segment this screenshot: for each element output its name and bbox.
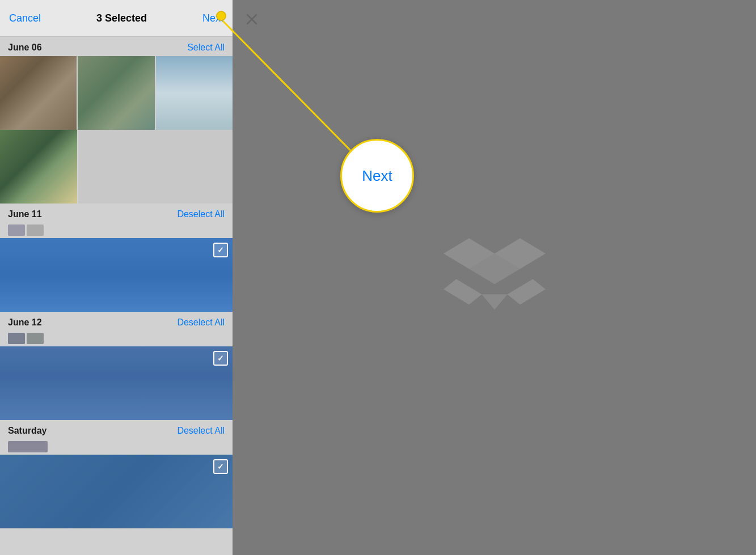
photo-row-june12: [0, 346, 233, 420]
selected-photo-thumb[interactable]: [0, 238, 233, 312]
section-header-june06: June 06 Select All: [0, 37, 233, 56]
select-all-june06-button[interactable]: Select All: [187, 43, 225, 53]
dropbox-panel: [233, 0, 756, 555]
photo-thumb[interactable]: [0, 130, 77, 204]
header-bar: Cancel 3 Selected Next: [0, 0, 233, 37]
check-badge: [213, 459, 228, 474]
section-title-saturday: Saturday: [8, 426, 47, 436]
cancel-button[interactable]: Cancel: [9, 12, 41, 24]
mini-thumb: [8, 333, 25, 344]
mini-thumb: [8, 224, 25, 236]
close-icon: [246, 14, 257, 25]
selected-photo-thumb[interactable]: [0, 346, 233, 420]
svg-marker-6: [507, 279, 546, 304]
mini-thumb: [8, 441, 48, 452]
deselect-all-saturday-button[interactable]: Deselect All: [177, 426, 225, 436]
section-title-june11: June 11: [8, 209, 42, 219]
photo-row-saturday: [0, 455, 233, 528]
check-badge: [213, 351, 228, 366]
section-header-saturday: Saturday Deselect All: [0, 420, 233, 439]
photo-scroll-area[interactable]: June 06 Select All June 11 Deselect All: [0, 37, 233, 555]
svg-marker-7: [482, 294, 507, 310]
selected-photo-thumb[interactable]: [0, 455, 233, 528]
deselect-all-june11-button[interactable]: Deselect All: [177, 209, 225, 219]
section-header-june12: June 12 Deselect All: [0, 312, 233, 331]
section-header-june11: June 11 Deselect All: [0, 204, 233, 223]
section-title-june12: June 12: [8, 317, 42, 328]
photo-row-june06-large: [0, 130, 233, 204]
selected-count-title: 3 Selected: [96, 12, 147, 24]
photo-row-june06-top: [0, 56, 233, 130]
svg-marker-5: [444, 279, 482, 304]
mini-thumb: [27, 224, 44, 236]
next-button[interactable]: Next: [202, 12, 223, 24]
photo-thumb[interactable]: [78, 56, 154, 130]
dropbox-logo: [444, 232, 546, 323]
photo-picker-panel: Cancel 3 Selected Next June 06 Select Al…: [0, 0, 233, 555]
close-button[interactable]: [242, 9, 262, 29]
photo-row-june11: [0, 238, 233, 312]
deselect-all-june12-button[interactable]: Deselect All: [177, 317, 225, 328]
mini-thumb: [27, 333, 44, 344]
photo-thumb[interactable]: [156, 56, 233, 130]
check-badge: [213, 243, 228, 257]
photo-placeholder: [78, 130, 233, 204]
section-title-june06: June 06: [8, 43, 42, 53]
photo-thumb[interactable]: [0, 56, 77, 130]
